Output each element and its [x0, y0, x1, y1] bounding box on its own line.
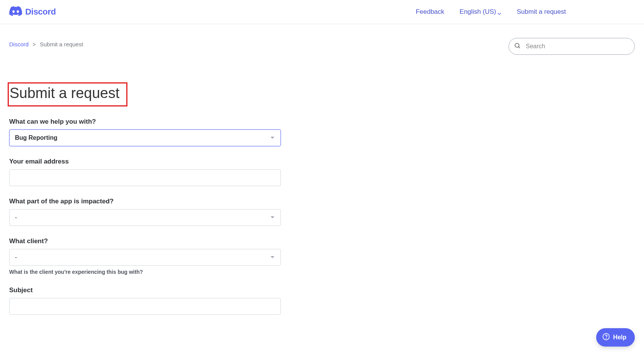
label-help-with: What can we help you with?: [9, 118, 282, 126]
discord-icon: [9, 6, 22, 18]
page-title-highlight: Submit a request: [8, 82, 127, 106]
field-help-with: What can we help you with? Bug Reporting: [9, 118, 282, 146]
field-email: Your email address: [9, 158, 282, 186]
label-email: Your email address: [9, 158, 282, 165]
select-client[interactable]: -: [9, 249, 281, 266]
select-help-with[interactable]: Bug Reporting: [9, 129, 281, 146]
page-title: Submit a request: [10, 85, 119, 101]
search-input[interactable]: [509, 38, 635, 55]
nav-submit-request[interactable]: Submit a request: [517, 8, 566, 16]
select-client-value: -: [15, 254, 17, 261]
select-app-part[interactable]: -: [9, 209, 281, 226]
breadcrumb-root[interactable]: Discord: [9, 41, 29, 47]
label-subject: Subject: [9, 286, 282, 294]
brand-logo[interactable]: Discord: [9, 6, 56, 18]
caret-down-icon: [271, 254, 274, 261]
svg-line-1: [518, 47, 520, 48]
nav-language-dropdown[interactable]: English (US): [460, 8, 501, 16]
top-nav: Feedback English (US) Submit a request: [416, 8, 635, 16]
breadcrumb: Discord > Submit a request: [9, 41, 83, 47]
label-app-part: What part of the app is impacted?: [9, 198, 282, 205]
select-help-with-value: Bug Reporting: [15, 134, 57, 141]
search-container: [509, 38, 635, 55]
chevron-down-icon: [497, 10, 501, 14]
site-header: Discord Feedback English (US) Submit a r…: [0, 0, 644, 24]
caret-down-icon: [271, 134, 274, 141]
input-email[interactable]: [9, 169, 281, 186]
brand-name: Discord: [25, 7, 56, 17]
label-client: What client?: [9, 237, 282, 245]
select-app-part-value: -: [15, 214, 17, 221]
main-content: Submit a request What can we help you wi…: [0, 55, 291, 330]
content-top-row: Discord > Submit a request: [0, 24, 644, 55]
nav-language-label: English (US): [460, 8, 496, 16]
svg-point-0: [515, 43, 519, 47]
breadcrumb-separator: >: [33, 41, 36, 47]
field-subject: Subject: [9, 286, 282, 315]
field-app-part: What part of the app is impacted? -: [9, 198, 282, 226]
help-widget-button[interactable]: Help: [596, 328, 635, 330]
field-client: What client? - What is the client you're…: [9, 237, 282, 275]
input-subject[interactable]: [9, 298, 281, 315]
caret-down-icon: [271, 214, 274, 221]
search-icon: [514, 42, 521, 51]
helper-client: What is the client you're experiencing t…: [9, 269, 282, 275]
breadcrumb-current: Submit a request: [40, 41, 83, 47]
nav-feedback[interactable]: Feedback: [416, 8, 444, 16]
